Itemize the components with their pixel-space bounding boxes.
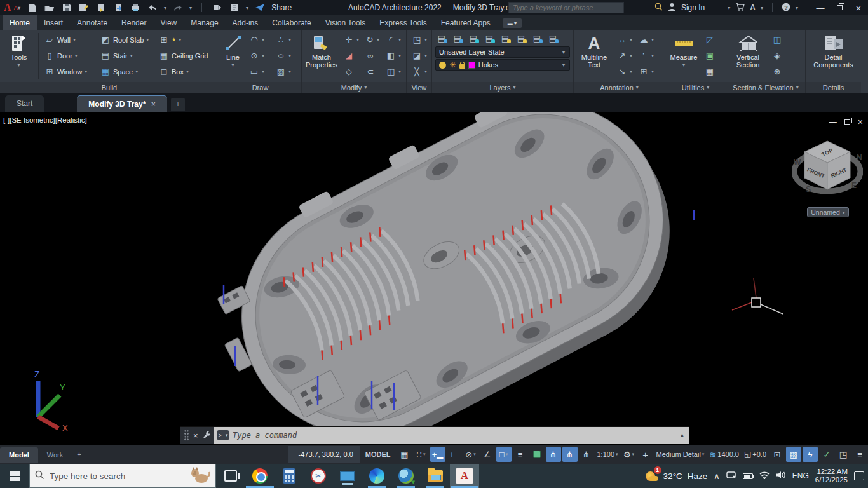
autocad-app-menu-icon[interactable]: A [4, 2, 11, 13]
open-from-web-mobile-icon[interactable] [95, 3, 107, 13]
dropdown-arrow-icon[interactable]: ▾ [186, 69, 189, 74]
taskbar-idm[interactable] [391, 464, 421, 488]
taskbar-autocad[interactable]: A [450, 464, 479, 488]
viewcube-east[interactable]: E [851, 181, 857, 190]
box-button[interactable]: ◻Box▾ [156, 64, 217, 79]
command-line-grip[interactable]: × [180, 427, 214, 444]
isolate-objects-button[interactable]: ⊡ [770, 447, 785, 462]
undo-dropdown-icon[interactable]: ▾ [164, 5, 166, 11]
layer-translate-icon[interactable] [212, 3, 223, 13]
dropdown-arrow-icon[interactable]: ▾ [424, 69, 427, 74]
ceiling-grid-button[interactable]: ▦Ceiling Grid [156, 48, 217, 64]
restore-button[interactable] [832, 1, 846, 15]
layer-freeze-icon[interactable]: ▤ [482, 32, 496, 44]
autodesk-apps-dropdown-icon[interactable]: ▾ [761, 5, 763, 11]
tab-vision-tools[interactable]: Vision Tools [318, 15, 373, 30]
viewport-controls-label[interactable]: [-][SE Isometric][Realistic] [3, 116, 87, 124]
layer-isolate-icon[interactable]: ▤ [514, 32, 528, 44]
detail-level-dropdown[interactable]: Medium Detail▾ [654, 447, 707, 462]
new-layout-button[interactable]: + [72, 451, 86, 458]
elevation-label-button[interactable]: ≐▾ [635, 48, 657, 64]
object-snap-button[interactable]: □▾ [496, 447, 512, 462]
close-button[interactable]: × [851, 1, 865, 15]
clean-screen-button[interactable]: ◳ [836, 447, 851, 462]
elevation-button[interactable]: ◱ +0.0 [742, 447, 768, 462]
match-properties-button[interactable]: Match Properties [304, 32, 339, 81]
current-layer-dropdown[interactable]: ☀ Hokes ▼ [435, 59, 570, 71]
grid-display-button[interactable]: ▦ [397, 447, 412, 462]
search-highlight-cat-image[interactable] [189, 466, 210, 487]
isometric-drafting-button[interactable]: ∠ [480, 447, 495, 462]
share-label[interactable]: Share [271, 3, 292, 12]
dropdown-arrow-icon[interactable]: ▾ [651, 53, 654, 58]
app-store-cart-icon[interactable] [735, 3, 745, 13]
command-history-up-icon[interactable]: ▲ [679, 432, 685, 438]
annotation-tag-button[interactable]: ↘▾ [614, 64, 635, 79]
zoom-extents-button[interactable]: ╳▾ [409, 64, 430, 79]
panel-label-build[interactable]: Build [0, 82, 219, 93]
layout-tab-model[interactable]: Model [0, 447, 38, 463]
taskbar-calculator[interactable] [275, 464, 304, 488]
minimize-button[interactable]: — [813, 1, 827, 15]
save-to-web-mobile-icon[interactable] [112, 3, 124, 13]
dropdown-arrow-icon[interactable]: ▾ [288, 53, 291, 58]
quick-select-button[interactable]: ◸ [702, 32, 719, 48]
tab-home[interactable]: Home [3, 15, 37, 30]
dropdown-arrow-icon[interactable]: ▾ [75, 53, 78, 58]
3d-model-splice-tray[interactable] [0, 112, 868, 445]
layer-thaw-sun-icon[interactable]: ☀ [449, 62, 456, 69]
dropdown-arrow-icon[interactable]: ▾ [288, 69, 291, 74]
space-button[interactable]: ▦Space▾ [97, 64, 156, 79]
layer-properties-icon[interactable]: ▤ [435, 32, 449, 44]
file-tab-start[interactable]: Start [5, 95, 44, 112]
wifi-icon[interactable] [759, 471, 770, 481]
panel-label-modify[interactable]: Modify ▾ [302, 82, 406, 93]
quick-calc-button[interactable]: ▦ [702, 64, 719, 79]
multiline-text-button[interactable]: A Multiline Text [576, 32, 613, 81]
dropdown-arrow-icon[interactable]: ▾ [398, 69, 401, 74]
doc-minimize-button[interactable]: — [829, 118, 837, 126]
layer-merge-icon[interactable]: ▤ [546, 32, 560, 44]
dropdown-arrow-icon[interactable]: ▾ [651, 37, 654, 43]
offset-button[interactable]: ◧▾ [383, 48, 404, 64]
cut-plane-button[interactable]: ≋ 1400.0 [707, 447, 741, 462]
help-dropdown-icon[interactable]: ▾ [796, 5, 798, 11]
panel-label-utilities[interactable]: Utilities ▾ [665, 82, 726, 93]
lineweight-button[interactable]: ≡ [513, 447, 528, 462]
section-box-button[interactable]: ◫ [769, 32, 788, 48]
battery-icon[interactable] [743, 473, 753, 479]
task-view-button[interactable] [216, 464, 245, 488]
move-button[interactable]: ✛▾ [341, 32, 362, 48]
erase-button[interactable]: ◢ [341, 48, 362, 64]
viewcube-north[interactable]: N [857, 153, 862, 162]
stair-button[interactable]: ▤Stair▾ [97, 48, 156, 64]
dropdown-arrow-icon[interactable]: ▾ [130, 53, 133, 58]
command-input[interactable] [233, 431, 675, 440]
detail-components-button[interactable]: Detail Components [810, 32, 857, 81]
dropdown-arrow-icon[interactable]: ▾ [73, 37, 76, 43]
explode-button[interactable]: ◇ [341, 64, 362, 79]
wall-button[interactable]: ▱Wall▾ [41, 32, 97, 48]
graphics-performance-button[interactable]: ϟ [803, 447, 818, 462]
dimension-button[interactable]: ↔▾ [614, 32, 635, 48]
taskbar-this-pc[interactable] [333, 464, 362, 488]
layer-prev-icon[interactable]: ▤ [530, 32, 544, 44]
dropdown-arrow-icon[interactable]: ▾ [651, 69, 654, 74]
layer-state-new-icon[interactable]: ▤ [451, 32, 465, 44]
taskbar-search[interactable] [29, 464, 216, 488]
circle-button[interactable]: ⊙▾ [246, 48, 273, 64]
line-button[interactable]: Line ▾ [221, 32, 245, 81]
views-cube-button[interactable]: ◳▾ [409, 32, 430, 48]
doc-restore-button[interactable] [844, 119, 850, 125]
file-tab-document[interactable]: Modify 3D Tray* × [77, 95, 167, 112]
tab-featured-apps[interactable]: Featured Apps [434, 15, 498, 30]
close-tab-icon[interactable]: × [151, 99, 156, 109]
customization-menu-button[interactable]: ≡ [852, 447, 867, 462]
rotate-button[interactable]: ↻▾ [362, 32, 383, 48]
close-command-line-icon[interactable]: × [193, 431, 198, 440]
drag-handle-icon[interactable] [184, 430, 189, 441]
annotation-scale-button[interactable]: 1:100▾ [595, 447, 620, 462]
layer-unlock-icon[interactable] [459, 64, 465, 69]
command-input-area[interactable]: >_▾ ▲ [214, 427, 689, 444]
speaker-icon[interactable] [776, 471, 786, 481]
